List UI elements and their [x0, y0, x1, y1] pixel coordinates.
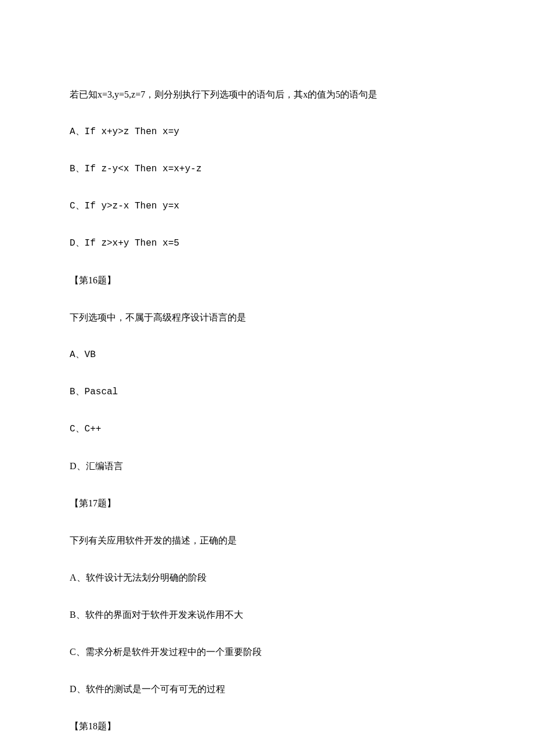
- q17-option-a: A、软件设计无法划分明确的阶段: [70, 568, 464, 587]
- q17-option-b: B、软件的界面对于软件开发来说作用不大: [70, 606, 464, 624]
- q17-option-d: D、软件的测试是一个可有可无的过程: [70, 680, 464, 699]
- q16-option-a: A、VB: [70, 345, 464, 364]
- q16-option-b: B、Pascal: [70, 383, 464, 401]
- q16-stem: 下列选项中，不属于高级程序设计语言的是: [70, 308, 464, 327]
- q18-header: 【第18题】: [70, 717, 464, 736]
- q16-option-d: D、汇编语言: [70, 457, 464, 476]
- q17-option-c: C、需求分析是软件开发过程中的一个重要阶段: [70, 643, 464, 661]
- q15-option-a: A、If x+y>z Then x=y: [70, 123, 464, 141]
- document-page: 若已知x=3,y=5,z=7，则分别执行下列选项中的语句后，其x的值为5的语句是…: [0, 0, 534, 756]
- q15-option-d: D、If z>x+y Then x=5: [70, 234, 464, 253]
- q16-header: 【第16题】: [70, 271, 464, 290]
- q17-header: 【第17题】: [70, 494, 464, 513]
- q15-option-c: C、If y>z-x Then y=x: [70, 197, 464, 215]
- q15-option-b: B、If z-y<x Then x=x+y-z: [70, 160, 464, 178]
- q15-stem: 若已知x=3,y=5,z=7，则分别执行下列选项中的语句后，其x的值为5的语句是: [70, 85, 464, 104]
- q16-option-c: C、C++: [70, 420, 464, 438]
- q17-stem: 下列有关应用软件开发的描述，正确的是: [70, 531, 464, 550]
